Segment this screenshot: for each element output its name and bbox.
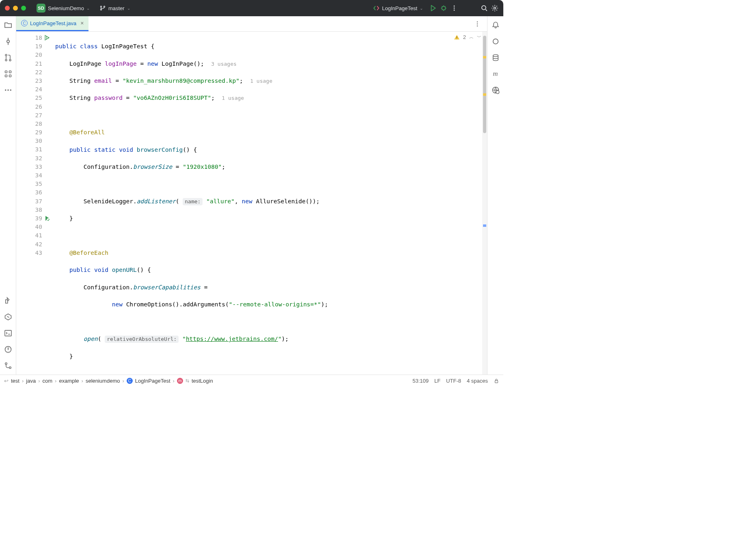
run-class-gutter-icon[interactable] — [44, 34, 50, 41]
warning-icon — [454, 34, 460, 40]
project-tool-icon[interactable] — [3, 20, 13, 30]
titlebar: SD SeleniumDemo ⌄ master ⌄ LogInPageTest… — [0, 0, 503, 16]
next-highlight-icon[interactable]: ﹀ — [477, 34, 481, 40]
breadcrumb-class[interactable]: C LogInPageTest — [127, 378, 170, 384]
file-encoding[interactable]: UTF-8 — [446, 378, 461, 384]
prev-highlight-icon[interactable]: ︿ — [469, 34, 474, 40]
project-selector[interactable]: SD SeleniumDemo ⌄ — [33, 2, 93, 14]
pull-requests-icon[interactable] — [3, 53, 13, 62]
svg-point-14 — [5, 89, 6, 91]
svg-point-3 — [454, 10, 455, 11]
tab-filename: LogInPageTest.java — [30, 20, 76, 26]
search-button[interactable] — [481, 4, 488, 12]
class-icon: C — [127, 378, 133, 384]
indent-setting[interactable]: 4 spaces — [467, 378, 488, 384]
breadcrumb-seleniumdemo[interactable]: seleniumdemo — [86, 378, 120, 384]
svg-point-23 — [477, 25, 478, 26]
project-name: SeleniumDemo — [48, 5, 84, 11]
breadcrumb-method[interactable]: m ⇆ testLogin — [177, 378, 213, 384]
svg-rect-28 — [495, 381, 498, 383]
more-actions-button[interactable] — [451, 4, 458, 12]
run-config-selector[interactable]: LogInPageTest ⌄ — [370, 3, 426, 13]
svg-point-9 — [9, 59, 11, 61]
branch-icon — [99, 5, 106, 11]
ai-assistant-icon[interactable] — [491, 37, 500, 46]
svg-rect-13 — [9, 75, 11, 77]
run-button[interactable] — [429, 4, 437, 12]
svg-point-7 — [5, 54, 7, 56]
gutter: 18 19 20 21 22 23 24 25 26 27 28 29 30 3… — [16, 32, 51, 375]
commit-tool-icon[interactable] — [3, 37, 13, 46]
web-inspector-icon[interactable] — [491, 85, 500, 95]
line-separator[interactable]: LF — [434, 378, 440, 384]
scrollbar[interactable] — [482, 32, 487, 375]
svg-point-8 — [5, 59, 7, 61]
services-tool-icon[interactable] — [3, 312, 13, 322]
more-tools-icon[interactable] — [3, 85, 13, 95]
breadcrumb-example[interactable]: example — [59, 378, 79, 384]
method-icon: m — [177, 378, 183, 384]
inspection-widget[interactable]: 2 ︿ ﹀ — [454, 34, 481, 40]
warning-marker[interactable] — [483, 93, 486, 96]
svg-rect-10 — [5, 71, 7, 73]
svg-point-24 — [47, 218, 50, 222]
branch-name: master — [108, 5, 125, 11]
svg-point-1 — [454, 6, 455, 7]
editor-tabs: C LogInPageTest.java × — [16, 16, 487, 32]
vcs-tool-icon[interactable] — [3, 361, 13, 370]
branch-selector[interactable]: master ⌄ — [96, 3, 134, 13]
svg-point-2 — [454, 8, 455, 9]
status-bar: ↩ test › java › com › example › selenium… — [0, 375, 503, 387]
svg-point-5 — [494, 7, 496, 9]
svg-point-15 — [7, 89, 9, 91]
readonly-toggle-icon[interactable] — [494, 378, 499, 384]
warning-count: 2 — [463, 34, 466, 40]
run-config-icon — [373, 5, 380, 11]
chevron-down-icon: ⌄ — [86, 6, 90, 11]
svg-rect-11 — [9, 71, 11, 73]
notifications-icon[interactable] — [491, 20, 500, 30]
problems-tool-icon[interactable] — [3, 345, 13, 354]
svg-point-20 — [9, 367, 11, 369]
breadcrumb-com[interactable]: com — [43, 378, 53, 384]
maven-icon[interactable]: m — [491, 69, 500, 79]
minimize-button[interactable] — [13, 6, 18, 11]
scroll-thumb[interactable] — [483, 36, 486, 133]
svg-point-22 — [477, 23, 478, 24]
svg-point-16 — [10, 89, 11, 91]
maximize-button[interactable] — [21, 6, 26, 11]
left-toolbar — [0, 16, 16, 375]
warning-marker[interactable] — [483, 56, 486, 58]
tab-login-page-test[interactable]: C LogInPageTest.java × — [16, 16, 88, 31]
caret-marker — [483, 224, 486, 227]
nav-back-icon[interactable]: ↩ — [4, 378, 9, 384]
code-editor[interactable]: 18 19 20 21 22 23 24 25 26 27 28 29 30 3… — [16, 32, 487, 375]
database-icon[interactable] — [491, 53, 500, 62]
class-file-icon: C — [21, 20, 28, 26]
terminal-tool-icon[interactable] — [3, 328, 13, 338]
cursor-position[interactable]: 53:109 — [412, 378, 429, 384]
code-content[interactable]: public class LogInPageTest { LogInPage l… — [51, 32, 487, 375]
breadcrumb-java[interactable]: java — [26, 378, 36, 384]
tab-menu-button[interactable] — [471, 16, 484, 31]
svg-point-25 — [493, 55, 498, 57]
svg-point-19 — [5, 363, 7, 365]
svg-point-4 — [482, 6, 486, 10]
project-badge: SD — [37, 4, 45, 13]
right-toolbar: m — [487, 16, 503, 375]
svg-point-6 — [6, 40, 9, 43]
close-button[interactable] — [5, 6, 10, 11]
chevron-down-icon: ⌄ — [420, 6, 423, 11]
breadcrumb-test[interactable]: test — [11, 378, 19, 384]
svg-point-21 — [477, 21, 478, 22]
build-tool-icon[interactable] — [3, 296, 13, 306]
settings-button[interactable] — [491, 4, 498, 12]
close-icon[interactable]: × — [80, 20, 84, 26]
run-config-name: LogInPageTest — [382, 5, 417, 11]
structure-tool-icon[interactable] — [3, 69, 13, 79]
run-test-gutter-icon[interactable] — [44, 215, 50, 222]
chevron-down-icon: ⌄ — [127, 6, 130, 11]
debug-button[interactable] — [440, 4, 447, 12]
svg-rect-12 — [5, 75, 7, 77]
svg-rect-17 — [4, 330, 11, 336]
